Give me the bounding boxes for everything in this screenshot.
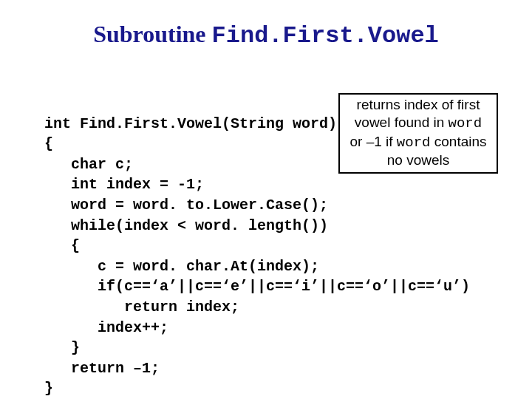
- slide: Subroutine Find.First.Vowel int Find.Fir…: [0, 0, 532, 399]
- note-text: contains: [430, 134, 486, 149]
- code-line: return –1;: [44, 360, 160, 377]
- note-line: no vowels: [344, 151, 492, 169]
- note-line: vowel found in word: [344, 114, 492, 133]
- note-text: vowel found in: [355, 115, 449, 130]
- title-mono: Find.First.Vowel: [212, 22, 439, 50]
- code-line: return index;: [44, 299, 239, 316]
- code-line: c = word. char.At(index);: [44, 258, 319, 275]
- code-line: if(c==‘a’||c==‘e’||c==‘i’||c==‘o’||c==‘u…: [44, 278, 470, 295]
- code-line: {: [44, 237, 80, 254]
- note-line: or –1 if word contains: [344, 133, 492, 152]
- note-text: or –1 if: [349, 134, 396, 149]
- code-line: }: [44, 339, 80, 356]
- code-line: int index = -1;: [44, 176, 204, 193]
- note-line: returns index of first: [344, 96, 492, 114]
- annotation-box: returns index of first vowel found in wo…: [338, 93, 498, 174]
- code-line: while(index < word. length()): [44, 217, 328, 234]
- code-line: char c;: [44, 156, 133, 173]
- code-line: word = word. to.Lower.Case();: [44, 197, 328, 214]
- code-line: }: [44, 380, 53, 397]
- code-line: int Find.First.Vowel(String word): [44, 115, 337, 132]
- note-mono: word: [397, 134, 431, 151]
- code-line: {: [44, 135, 53, 152]
- code-line: index++;: [44, 319, 168, 336]
- note-mono: word: [449, 115, 482, 132]
- slide-title: Subroutine Find.First.Vowel: [0, 21, 532, 50]
- title-prefix: Subroutine: [93, 21, 211, 47]
